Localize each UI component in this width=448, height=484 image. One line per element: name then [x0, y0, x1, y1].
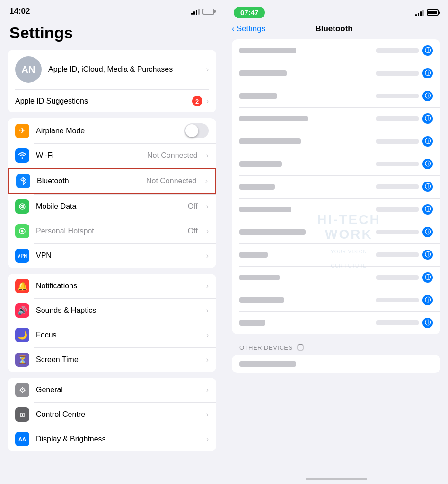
control-centre-icon: ⊞	[15, 407, 29, 422]
bt-info-icon[interactable]: ⓘ	[422, 250, 433, 260]
bt-device-list: ⓘ ⓘ ⓘ ⓘ ⓘ ⓘ	[232, 39, 440, 334]
bt-device-row[interactable]: ⓘ	[232, 198, 440, 221]
bt-device-name	[239, 70, 287, 76]
bt-info-icon[interactable]: ⓘ	[422, 45, 433, 56]
bluetooth-value: Not Connected	[146, 177, 197, 185]
bt-info-icon[interactable]: ⓘ	[422, 159, 433, 169]
bt-info-icon[interactable]: ⓘ	[422, 272, 433, 283]
bt-device-name	[239, 320, 265, 326]
mobile-data-row[interactable]: Mobile Data Off ›	[8, 194, 216, 219]
general-row[interactable]: ⚙ General ›	[8, 378, 216, 402]
focus-row[interactable]: 🌙 Focus ›	[8, 323, 216, 347]
bt-info-icon[interactable]: ⓘ	[422, 318, 433, 328]
bt-device-row[interactable]: ⓘ	[232, 130, 440, 153]
back-button[interactable]: ‹ Settings	[232, 24, 265, 34]
airplane-mode-toggle[interactable]	[184, 123, 209, 138]
suggestions-label: Apple ID Suggestions	[15, 97, 192, 105]
bt-info-icon[interactable]: ⓘ	[422, 68, 433, 78]
bt-device-row[interactable]: ⓘ	[232, 221, 440, 243]
bt-device-status	[376, 298, 419, 302]
general-chevron-icon: ›	[206, 386, 209, 394]
chevron-right-icon: ›	[206, 65, 209, 74]
bt-device-row[interactable]: ⓘ	[232, 85, 440, 107]
battery-icon-left	[202, 9, 214, 15]
notifications-label: Notifications	[36, 282, 200, 290]
bt-device-row[interactable]: ⓘ	[232, 266, 440, 289]
avatar: AN	[15, 56, 42, 83]
bt-device-name	[239, 138, 301, 144]
back-label: Settings	[237, 24, 265, 34]
bt-device-name	[239, 184, 275, 190]
bt-device-status	[376, 184, 419, 189]
page-title: Settings	[0, 20, 224, 50]
signal-icon	[191, 8, 200, 15]
status-time-left: 14:02	[9, 7, 30, 16]
bluetooth-icon	[16, 174, 30, 188]
bt-device-row[interactable]: ⓘ	[232, 289, 440, 311]
bt-info-icon[interactable]: ⓘ	[422, 182, 433, 192]
svg-point-2	[22, 206, 23, 207]
control-centre-row[interactable]: ⊞ Control Centre ›	[8, 402, 216, 427]
hotspot-label: Personal Hotspot	[36, 227, 181, 235]
bt-device-row[interactable]: ⓘ	[232, 62, 440, 85]
bt-device-row[interactable]: ⓘ	[232, 153, 440, 175]
bt-info-icon[interactable]: ⓘ	[422, 91, 433, 101]
apple-id-description: Apple ID, iCloud, Media & Purchases	[48, 65, 200, 74]
bt-info-icon[interactable]: ⓘ	[422, 113, 433, 124]
sounds-icon: 🔊	[15, 303, 29, 318]
bt-device-name	[239, 229, 306, 235]
hotspot-row[interactable]: Personal Hotspot Off ›	[8, 219, 216, 243]
sounds-row[interactable]: 🔊 Sounds & Haptics ›	[8, 298, 216, 323]
bt-device-row[interactable]: ⓘ	[232, 39, 440, 62]
screen-time-label: Screen Time	[36, 355, 200, 364]
screen-time-icon: ⏳	[15, 353, 29, 367]
bt-device-status	[376, 275, 419, 280]
bt-device-status	[376, 71, 419, 76]
sounds-chevron-icon: ›	[206, 306, 209, 315]
apple-id-suggestions-row[interactable]: Apple ID Suggestions 2 ›	[8, 90, 216, 112]
apple-id-card: AN Apple ID, iCloud, Media & Purchases ›…	[8, 50, 216, 112]
bt-device-row[interactable]: ⓘ	[232, 243, 440, 266]
bt-device-name	[239, 207, 291, 212]
status-icons-right	[415, 9, 439, 16]
bt-device-status	[376, 162, 419, 166]
bt-device-row[interactable]: ⓘ	[232, 311, 440, 334]
chevron-right-icon: ›	[206, 97, 209, 105]
notifications-row[interactable]: 🔔 Notifications ›	[8, 274, 216, 298]
apple-id-row[interactable]: AN Apple ID, iCloud, Media & Purchases ›	[8, 50, 216, 89]
wifi-chevron-icon: ›	[206, 151, 209, 160]
bt-device-row[interactable]: ⓘ	[232, 175, 440, 198]
bt-speaker-row[interactable]	[232, 355, 440, 373]
bluetooth-row[interactable]: Bluetooth Not Connected ›	[8, 168, 216, 194]
bt-speaker-name	[239, 361, 296, 367]
mobile-data-label: Mobile Data	[36, 202, 181, 211]
back-chevron-icon: ‹	[232, 24, 235, 34]
bt-device-row[interactable]: ⓘ	[232, 107, 440, 130]
bt-info-icon[interactable]: ⓘ	[422, 227, 433, 237]
bt-info-icon[interactable]: ⓘ	[422, 295, 433, 305]
status-time-right: 07:47	[234, 7, 265, 18]
bt-info-icon[interactable]: ⓘ	[422, 136, 433, 147]
display-brightness-icon: AA	[15, 432, 29, 446]
display-brightness-chevron-icon: ›	[206, 435, 209, 443]
page-nav-title: Bluetooth	[265, 24, 403, 34]
bt-device-name	[239, 252, 268, 258]
airplane-mode-row[interactable]: ✈ Airplane Mode	[8, 118, 216, 143]
other-devices-label: OTHER DEVICES	[239, 344, 293, 351]
wifi-row[interactable]: Wi-Fi Not Connected ›	[8, 143, 216, 168]
bt-device-name	[239, 93, 277, 99]
bt-device-name	[239, 161, 282, 167]
vpn-row[interactable]: VPN VPN ›	[8, 243, 216, 268]
screen-time-row[interactable]: ⏳ Screen Time ›	[8, 347, 216, 372]
bluetooth-label: Bluetooth	[37, 177, 140, 185]
bluetooth-chevron-icon: ›	[205, 177, 208, 185]
bt-info-icon[interactable]: ⓘ	[422, 204, 433, 215]
mobile-data-chevron-icon: ›	[206, 202, 209, 211]
display-brightness-row[interactable]: AA Display & Brightness ›	[8, 427, 216, 451]
general-group: ⚙ General › ⊞ Control Centre › AA Displa…	[8, 378, 216, 451]
general-label: General	[36, 386, 200, 394]
focus-icon: 🌙	[15, 328, 29, 342]
connectivity-group: ✈ Airplane Mode Wi-Fi Not Connected ›	[8, 118, 216, 268]
notifications-group: 🔔 Notifications › 🔊 Sounds & Haptics › 🌙…	[8, 274, 216, 372]
bt-device-status	[376, 207, 419, 212]
